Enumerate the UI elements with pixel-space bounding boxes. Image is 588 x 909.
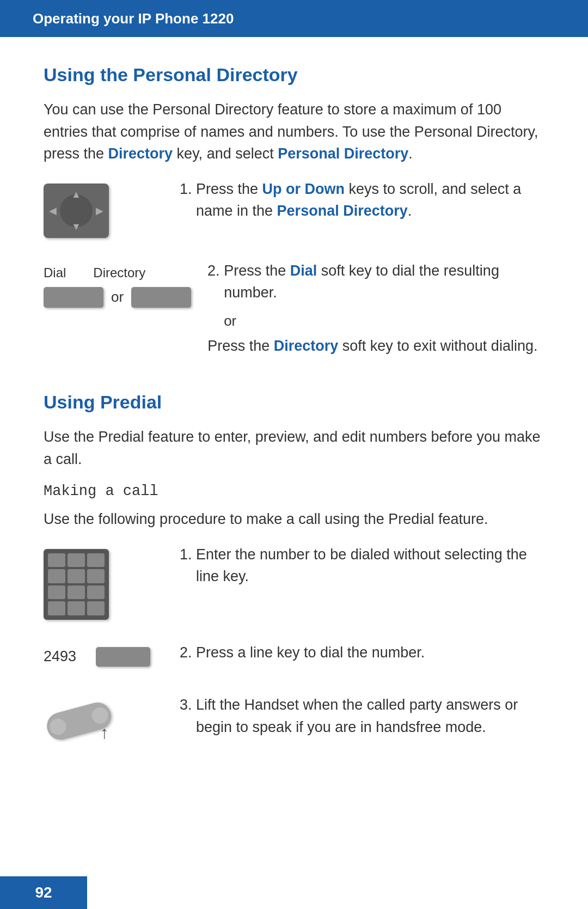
key-6 — [87, 569, 105, 583]
key-4 — [48, 569, 65, 583]
nav-arrow-right: ▶ — [96, 205, 103, 217]
softkey-label-dir: Directory — [93, 265, 145, 280]
key-star — [48, 601, 65, 615]
step1-block: ▲ ▼ ◀ ▶ Press the Up or Down keys to scr… — [44, 178, 544, 238]
header-title: Operating your IP Phone 1220 — [33, 10, 234, 27]
predial-step2-text: Press a line key to dial the number. — [180, 642, 544, 673]
nav-arrow-left: ◀ — [49, 205, 57, 217]
predial-step1-item: Enter the number to be dialed without se… — [196, 544, 544, 588]
dial-softkey-btn[interactable] — [44, 287, 103, 308]
directory-softkey-btn[interactable] — [131, 287, 191, 308]
softkey-labels: Dial Directory — [44, 265, 145, 280]
key-8 — [68, 585, 85, 600]
section1-intro-bold2: Personal Directory — [278, 145, 408, 162]
key-hash — [87, 601, 105, 615]
key-5 — [68, 569, 85, 583]
softkey-row: or — [44, 287, 191, 308]
main-content: Using the Personal Directory You can use… — [0, 37, 588, 812]
section2-subheading: Making a call — [44, 483, 544, 499]
line-key-label-text: 2493 — [44, 648, 87, 665]
predial-step3-block: ↑ Lift the Handset when the called party… — [44, 694, 544, 747]
key-7 — [48, 585, 65, 600]
key-1 — [48, 553, 65, 568]
key-9 — [87, 585, 105, 600]
section1-intro-bold1: Directory — [108, 145, 173, 162]
keypad-image — [44, 549, 109, 620]
header-bar: Operating your IP Phone 1220 — [0, 0, 588, 37]
step2-block: Dial Directory or Press the Dial soft ke… — [44, 260, 544, 370]
handset-arrow-icon: ↑ — [100, 723, 109, 743]
predial-step2-item: Press a line key to dial the number. — [196, 642, 544, 664]
predial-step1-image — [44, 544, 163, 620]
nav-arrow-down: ▼ — [71, 221, 81, 233]
key-0 — [68, 601, 85, 615]
key-3 — [87, 553, 105, 568]
predial-step1-text: Enter the number to be dialed without se… — [180, 544, 544, 596]
step2-or: or — [207, 313, 544, 330]
step1-item: Press the Up or Down keys to scroll, and… — [196, 178, 544, 222]
nav-pad-image: ▲ ▼ ◀ ▶ — [44, 184, 109, 238]
section2-sub-intro: Use the following procedure to make a ca… — [44, 508, 544, 530]
handset-image: ↑ — [44, 699, 114, 743]
softkey-container: Dial Directory or — [44, 265, 191, 308]
step1-image-area: ▲ ▼ ◀ ▶ — [44, 178, 163, 238]
predial-step2-image: 2493 — [44, 642, 163, 672]
page-number: 92 — [35, 884, 52, 901]
step2-text-area: Press the Dial soft key to dial the resu… — [207, 260, 544, 370]
softkey-label-dial: Dial — [44, 265, 66, 280]
footer: 92 — [0, 876, 87, 909]
step2-item: Press the Dial soft key to dial the resu… — [224, 260, 544, 304]
section1-intro-mid: key, and select — [173, 145, 278, 162]
softkey-or-text: or — [111, 289, 124, 306]
section2-title: Using Predial — [44, 392, 544, 413]
predial-step3-item: Lift the Handset when the called party a… — [196, 694, 544, 738]
step2-image-area: Dial Directory or — [44, 260, 191, 308]
section1-title: Using the Personal Directory — [44, 64, 544, 86]
key-2 — [68, 553, 85, 568]
line-key-btn[interactable] — [96, 647, 150, 667]
predial-step3-image: ↑ — [44, 694, 163, 743]
section2-intro: Use the Predial feature to enter, previe… — [44, 426, 544, 470]
line-key-container: 2493 — [44, 647, 150, 667]
predial-step1-block: Enter the number to be dialed without se… — [44, 544, 544, 620]
nav-arrow-up: ▲ — [71, 189, 81, 200]
predial-step3-text: Lift the Handset when the called party a… — [180, 694, 544, 747]
section1-intro: You can use the Personal Directory featu… — [44, 99, 544, 165]
predial-step2-block: 2493 Press a line key to dial the number… — [44, 642, 544, 673]
step1-text-area: Press the Up or Down keys to scroll, and… — [180, 178, 544, 231]
step2-alt: Press the Directory soft key to exit wit… — [207, 335, 544, 357]
